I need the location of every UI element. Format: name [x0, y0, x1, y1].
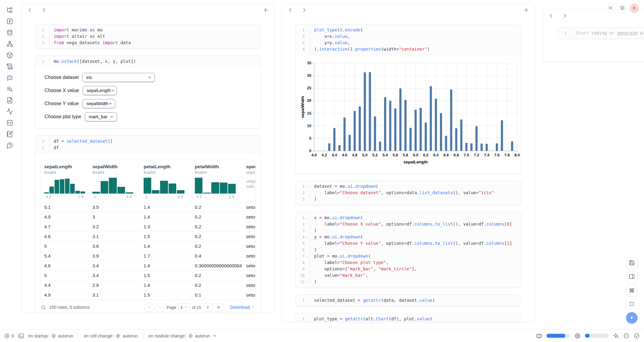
terminal-icon[interactable] [18, 333, 24, 339]
activity-icon[interactable] [6, 108, 13, 115]
table-column-header[interactable]: sepalLengthfloat644.37.9 [41, 164, 89, 202]
table-cell: setosa [242, 253, 255, 258]
chevron-left-icon [27, 9, 33, 14]
cell-editor[interactable]: 1plot_type = getattr(alt.Chart(df), plot… [296, 313, 521, 322]
function-square-icon[interactable] [6, 18, 13, 25]
on-startup-setting[interactable]: on startup:autorun [28, 333, 73, 338]
panel-back-button[interactable] [27, 7, 33, 13]
on-module-change-setting[interactable]: on module change:autorun [148, 333, 217, 338]
code-line: 1dataset = mo.ui.dropdown( [296, 183, 521, 190]
dataset-select[interactable]: iris [82, 73, 155, 82]
table-column-header[interactable]: sepalWidthfloat6424.4 [89, 164, 140, 202]
table-cell: 1.3 [140, 224, 191, 229]
close-button[interactable] [630, 4, 639, 13]
generate-link[interactable]: generate [617, 30, 638, 35]
table-row: 4.931.40.2setosa [41, 212, 255, 222]
page-select[interactable]: 1 [178, 303, 190, 311]
package-icon[interactable] [6, 52, 13, 59]
line-number: 3 [42, 40, 44, 46]
cell-editor[interactable]: 1dataset = mo.ui.dropdown(2 label="Choos… [296, 181, 521, 205]
chart-actions-button[interactable] [506, 58, 517, 70]
table-column-header[interactable]: petalWidthfloat640.12.5 [191, 164, 242, 202]
svg-text:10: 10 [307, 124, 311, 128]
cell-editor[interactable]: 1mo.vstack([dataset, x, y, plot]) [35, 56, 260, 67]
panel-forward-button[interactable] [562, 13, 568, 19]
panel-back-button[interactable] [548, 13, 554, 19]
cell-editor[interactable]: 1df = selected_dataset()2df [35, 136, 260, 153]
next-page-button[interactable] [203, 303, 212, 312]
table-cell: 4.6 [41, 263, 89, 268]
table-cell: setosa [242, 214, 255, 219]
cell-editor[interactable]: 1x = mo.ui.dropdown(2 label="Choose X va… [296, 212, 521, 287]
table-column-header[interactable]: speciesobjectunique:nulls: [242, 164, 255, 202]
help-circle-icon[interactable] [6, 142, 13, 149]
cell-editor[interactable]: 1import marimo as mo2import altair as al… [35, 24, 260, 48]
table-row: 53.41.50.2setosa [41, 270, 255, 280]
save-icon [629, 260, 635, 267]
table-cell: 1.4 [140, 263, 191, 268]
plot-type-select[interactable]: mark_bar [85, 112, 117, 121]
chart-output[interactable]: 4.04.24.44.64.85.05.25.45.65.86.06.26.46… [296, 55, 521, 173]
menu-button[interactable] [606, 4, 615, 13]
on-cell-change-setting[interactable]: on cell change:autorun [84, 333, 138, 338]
scroll-icon[interactable] [6, 63, 13, 70]
column-max: 7.9 [78, 195, 84, 199]
layout-toggle-button[interactable] [626, 271, 638, 283]
keyboard-shortcuts-button[interactable]: ⌘ [626, 285, 638, 296]
scratchpad-cell[interactable]: 1 Start coding or generate with AI [557, 27, 644, 39]
document-icon[interactable] [6, 97, 13, 104]
prev-page-button[interactable] [156, 303, 164, 312]
cell-editor[interactable]: 1plot_type().encode(2 x=x.value,3 y=y.va… [296, 24, 521, 55]
table-cell: setosa [242, 244, 255, 249]
sepalwidth-by-sepallength-bar-chart: 4.04.24.44.64.85.05.25.45.65.86.06.26.46… [300, 59, 521, 168]
svg-text:7.4: 7.4 [484, 153, 489, 157]
copilot-icon[interactable] [623, 333, 629, 339]
scratchpad-input[interactable]: Start coding or generate with AI [572, 30, 644, 36]
run-button[interactable] [626, 312, 638, 324]
column-name: sepalLength [44, 164, 89, 169]
y-value-select[interactable]: sepalWidth [82, 99, 115, 108]
database-icon[interactable] [6, 29, 13, 36]
table-row: 5.43.91.70.4setosa [41, 251, 255, 261]
ram-icon [536, 333, 542, 339]
table-column-header[interactable]: petalLengthfloat6416.9 [140, 164, 191, 202]
download-button[interactable]: Download [230, 305, 255, 310]
code-square-icon[interactable] [6, 119, 13, 126]
panel-forward-button[interactable] [302, 7, 307, 13]
chevron-down-icon [111, 88, 115, 93]
frame-button[interactable] [626, 298, 638, 310]
first-page-button[interactable] [145, 303, 153, 312]
page-label: Page [166, 305, 176, 310]
column-name: petalLength [144, 164, 191, 169]
notebook-pen-icon[interactable] [6, 131, 13, 137]
cell-output: Choose datasetirisChoose X valuesepalLen… [35, 67, 260, 128]
connection-status-icon[interactable] [634, 333, 640, 339]
cell-editor[interactable]: 1selected_dataset = getattr(data, datase… [296, 295, 521, 306]
save-button[interactable] [626, 257, 638, 269]
panel-back-button[interactable] [288, 7, 293, 13]
x-value-select[interactable]: sepalLength [83, 86, 117, 95]
add-cell-button[interactable] [263, 7, 269, 13]
svg-text:4.2: 4.2 [322, 153, 327, 157]
settings-button[interactable] [618, 4, 627, 13]
list-search-icon[interactable] [6, 86, 13, 92]
code-line: 1plot_type = getattr(alt.Chart(df), plot… [296, 316, 521, 322]
svg-text:sepalLength: sepalLength [403, 160, 428, 164]
search-icon[interactable] [41, 305, 46, 310]
cpu-usage-bar [585, 334, 609, 338]
code-line: 5 label="Choose Y value", options=df.col… [296, 240, 521, 247]
chat-bot-icon[interactable] [6, 74, 13, 81]
notebook-cell: 1mo.vstack([dataset, x, y, plot])Choose … [35, 55, 261, 129]
dependency-graph-icon[interactable] [6, 41, 13, 47]
error-counter[interactable]: 0 [4, 333, 14, 339]
panel-forward-button[interactable] [41, 7, 47, 13]
ai-sparkles-icon[interactable] [613, 333, 619, 339]
file-tree-icon[interactable] [6, 7, 13, 13]
line-number: 3 [302, 40, 305, 46]
page-number: 1 [181, 305, 183, 310]
cpu-icon [574, 333, 581, 339]
last-page-button[interactable] [214, 303, 223, 312]
svg-text:5.4: 5.4 [382, 153, 388, 157]
add-cell-button[interactable] [523, 7, 529, 13]
table-cell: 1.7 [140, 253, 191, 258]
